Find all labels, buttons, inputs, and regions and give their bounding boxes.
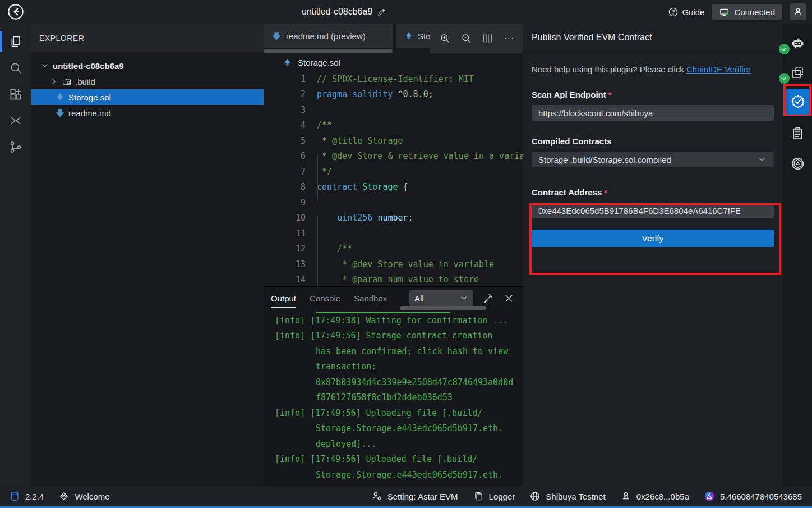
log-filter-select[interactable]: All — [409, 290, 473, 306]
person-icon — [792, 6, 804, 17]
tree-item-label: Storage.sol — [68, 93, 111, 102]
close-panel-icon[interactable] — [503, 292, 515, 304]
output-scrollbar[interactable] — [400, 306, 486, 310]
output-tab-console[interactable]: Console — [310, 287, 340, 310]
pin-icon — [620, 491, 631, 502]
log-line: Storage.Storage.e443edc065d5b917.eth. — [264, 421, 523, 437]
split-editor-icon[interactable] — [482, 33, 493, 44]
guide-label: Guide — [682, 7, 704, 17]
clear-log-icon[interactable] — [482, 292, 494, 304]
output-panel: OutputConsoleSandbox All [info] [17:49:3… — [264, 286, 523, 486]
more-icon[interactable] — [503, 33, 515, 44]
status-pin[interactable]: 0x26c8...0b5a — [620, 491, 689, 502]
code-text: /** — [317, 120, 332, 130]
verify-button[interactable]: Verify — [532, 230, 774, 247]
activity-git-branch[interactable] — [0, 134, 31, 160]
status-astar[interactable]: 5.4660847840543685 — [704, 491, 802, 502]
code-line: 5 * @title Storage — [264, 133, 523, 149]
scan-api-input[interactable]: https://blockscout.com/shibuya — [532, 105, 774, 121]
contract-address-input[interactable]: 0xe443Edc065d5B91786B4F6D3E6804eA6416C7f… — [532, 203, 774, 218]
status-label: 2.2.4 — [25, 492, 44, 501]
code-line: 14 * @param num value to store — [264, 272, 523, 287]
status-bar-right: Setting: Astar EVMLoggerShibuya Testnet0… — [371, 491, 802, 502]
status-bar-left: 2.2.4Welcome — [9, 491, 110, 502]
back-button[interactable] — [7, 3, 25, 21]
code-line: 11 — [264, 226, 523, 241]
compiled-contracts-select[interactable]: Storage .build/Storage.sol.compiled — [532, 152, 774, 167]
output-tab-sandbox[interactable]: Sandbox — [354, 287, 387, 310]
avatar-button[interactable] — [790, 3, 806, 20]
code-text: */ — [317, 167, 332, 177]
activity-search[interactable] — [0, 54, 31, 81]
tree-item-untitled-c08cb6a9[interactable]: untitled-c08cb6a9 — [31, 58, 264, 74]
tree-item-label: readme.md — [68, 108, 111, 118]
globe-icon — [529, 491, 541, 502]
zoom-out-icon[interactable] — [460, 33, 472, 44]
required-star: * — [604, 187, 607, 197]
sidebar-verified-seal-button[interactable] — [786, 89, 810, 115]
status-handshake[interactable]: Welcome — [58, 491, 109, 502]
line-number: 13 — [264, 259, 306, 269]
tree-item-label: .build — [75, 77, 95, 86]
connected-button[interactable]: Connected — [712, 4, 782, 20]
guide-button[interactable]: Guide — [668, 7, 704, 17]
eth-icon — [283, 58, 292, 67]
line-number: 8 — [264, 182, 306, 192]
code-text: /** — [317, 244, 352, 254]
openai-icon — [790, 156, 805, 171]
sidebar-clipboard-button[interactable] — [783, 119, 812, 147]
line-number: 3 — [264, 105, 306, 115]
project-title-wrap: untitled-c08cb6a9 — [302, 0, 386, 24]
log-output: [info] [17:49:38] Waiting for confirmati… — [264, 313, 523, 483]
help-text-label: Need help using this plugin? Please clic… — [532, 65, 686, 74]
log-line: deployed]... — [264, 436, 523, 452]
edit-title-pencil-icon[interactable] — [377, 7, 386, 17]
publish-panel-body: Need help using this plugin? Please clic… — [523, 52, 783, 247]
line-number: 2 — [264, 89, 306, 99]
log-line: 0x87b03934d4c339e9e2508d47c8746493a0d0d — [264, 374, 523, 390]
line-number: 4 — [264, 120, 306, 130]
activity-collapse[interactable] — [0, 107, 31, 134]
tab-scrollbar[interactable] — [264, 49, 393, 53]
tab-readme-label: readme.md (preview) — [286, 31, 366, 41]
code-lines: 1// SPDX-License-Identifier: MIT2pragma … — [264, 71, 523, 286]
green-check-badge — [779, 73, 790, 84]
chevron-down-icon — [757, 154, 767, 164]
code-text: contract Storage { — [317, 182, 408, 192]
sidebar-openai-button[interactable] — [783, 149, 812, 177]
eth-icon — [404, 31, 413, 40]
status-person-gear[interactable]: Setting: Astar EVM — [371, 491, 458, 502]
line-number: 9 — [264, 198, 306, 208]
handshake-icon — [58, 491, 70, 502]
chainide-verifier-link[interactable]: ChainIDE Verifier — [686, 65, 751, 74]
file-tree: untitled-c08cb6a9.buildStorage.solreadme… — [31, 52, 264, 121]
code-text: * @title Storage — [317, 136, 403, 146]
activity-files[interactable] — [0, 28, 31, 54]
editor-tab-bar: readme.md (preview) Stor — [264, 24, 523, 53]
code-text: * @param num value to store — [317, 274, 479, 285]
status-copy[interactable]: Logger — [473, 491, 515, 502]
tree-item-storage-sol[interactable]: Storage.sol — [31, 89, 264, 105]
status-globe[interactable]: Shibuya Testnet — [529, 491, 605, 502]
publish-panel-title: Publish Verified EVM Contract — [523, 24, 783, 52]
output-tab-output[interactable]: Output — [271, 287, 296, 310]
tree-item--build[interactable]: .build — [31, 74, 264, 89]
status-database[interactable]: 2.2.4 — [9, 491, 44, 502]
explorer-panel: EXPLORER untitled-c08cb6a9.buildStorage.… — [31, 24, 264, 486]
code-editor[interactable]: Storage.sol 1// SPDX-License-Identifier:… — [264, 53, 523, 286]
code-line: 10 uint256 number; — [264, 210, 523, 226]
project-title: untitled-c08cb6a9 — [302, 7, 372, 17]
tree-item-label: untitled-c08cb6a9 — [53, 61, 124, 71]
plugin-sidebar — [783, 24, 812, 486]
activity-plugins[interactable] — [0, 81, 31, 107]
status-bar: 2.2.4Welcome Setting: Astar EVMLoggerShi… — [0, 486, 812, 506]
log-partial-underline — [316, 312, 450, 313]
tab-readme-md[interactable]: readme.md (preview) — [264, 24, 393, 48]
code-text: * @dev Store & retrieve value in a varia — [317, 151, 523, 161]
zoom-in-icon[interactable] — [439, 33, 451, 44]
status-label: 0x26c8...0b5a — [636, 492, 689, 501]
connected-label: Connected — [734, 7, 775, 17]
tree-item-readme-md[interactable]: readme.md — [31, 105, 264, 121]
robot-icon — [790, 36, 805, 51]
contract-address-label: Contract Address* — [532, 187, 774, 197]
